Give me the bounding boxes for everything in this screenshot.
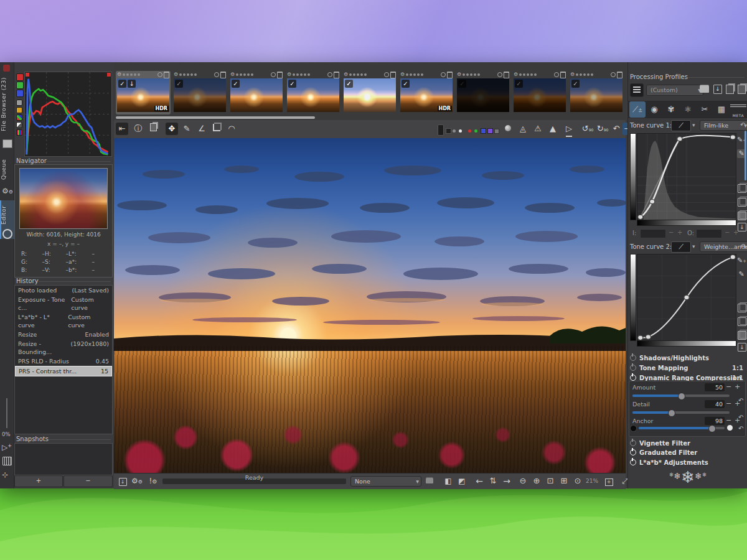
- trash-icon[interactable]: [617, 72, 622, 78]
- curve-paste-icon[interactable]: [738, 317, 746, 326]
- color-label-icon[interactable]: [214, 72, 219, 77]
- trash-icon[interactable]: [390, 72, 396, 78]
- anchor-plus[interactable]: +: [735, 416, 740, 424]
- star-rating[interactable]: [349, 73, 383, 76]
- edit-point-icon[interactable]: ✎+: [737, 256, 746, 265]
- rotate-right-icon[interactable]: ↻90: [596, 123, 609, 135]
- detail-value[interactable]: 40: [705, 400, 725, 408]
- zoom-fit-crop-icon[interactable]: ⊞: [558, 475, 570, 487]
- snapshot-add-button[interactable]: +: [14, 475, 63, 487]
- next-image-icon[interactable]: →: [501, 475, 512, 487]
- history-row[interactable]: ResizeEnabled: [15, 330, 112, 339]
- curve-folder-icon[interactable]: [738, 331, 746, 340]
- filmstrip-thumb[interactable]: ⚙✓: [229, 71, 284, 114]
- shadow-clip-indicator[interactable]: [26, 73, 29, 77]
- chevron-down-icon[interactable]: ▾: [692, 122, 695, 128]
- io-o-minus[interactable]: −: [725, 229, 730, 236]
- prev-image-icon[interactable]: ←: [474, 475, 485, 487]
- filmstrip-thumb[interactable]: ⚙✓HDR: [399, 71, 454, 114]
- thumb-image[interactable]: ✓: [514, 78, 566, 112]
- tone-curve-2-reset-icon[interactable]: ↶: [740, 243, 745, 250]
- raw-histogram-button[interactable]: [16, 114, 22, 121]
- anchor-reset-icon[interactable]: ↶: [738, 425, 743, 432]
- thumb-image[interactable]: ✓: [570, 78, 622, 112]
- check-badge[interactable]: ✓: [458, 80, 466, 88]
- io-i-plus[interactable]: +: [677, 229, 682, 236]
- io-o-plus[interactable]: +: [733, 229, 738, 236]
- snapshots-panel[interactable]: [14, 443, 113, 475]
- history-row[interactable]: Exposure - Tone c...Custom curve: [15, 295, 112, 312]
- detail-plus[interactable]: +: [735, 399, 740, 408]
- profile-copy-icon[interactable]: [726, 85, 734, 94]
- power-icon[interactable]: [630, 375, 636, 381]
- tab-editor[interactable]: Editor: [0, 203, 14, 228]
- red-channel-button[interactable]: [16, 73, 24, 81]
- history-row[interactable]: PRS - Contrast thr...15: [15, 366, 112, 376]
- raw-tab[interactable]: ▦: [713, 101, 730, 118]
- bg-gray-swatch[interactable]: [453, 129, 456, 133]
- history-row[interactable]: PRS RLD - Radius0.45: [15, 357, 112, 366]
- curve-save-icon[interactable]: ↓: [738, 223, 746, 231]
- chevron-down-icon[interactable]: ▾: [692, 243, 695, 250]
- gear-icon[interactable]: ⚙: [117, 72, 121, 78]
- curve-type-1-button[interactable]: ⟋: [671, 120, 691, 131]
- amount-value[interactable]: 50: [705, 383, 725, 391]
- focus-mask-icon[interactable]: ◬: [517, 123, 529, 135]
- flip-vertical-icon[interactable]: ◩: [456, 475, 467, 487]
- filmstrip-thumb[interactable]: ⚙✓: [286, 71, 341, 114]
- history-panel[interactable]: Photo loaded(Last Saved)Exposure - Tone …: [14, 285, 113, 434]
- trash-icon[interactable]: [334, 72, 339, 78]
- advanced-tab[interactable]: ⚛: [680, 101, 696, 118]
- history-row[interactable]: Resize - Bounding...(1920x1080): [15, 339, 112, 357]
- gamut-check-icon[interactable]: ▷: [563, 123, 575, 135]
- detail-slider[interactable]: [632, 411, 730, 414]
- profile-folder-icon[interactable]: [700, 86, 709, 93]
- check-badge[interactable]: ✓: [515, 80, 523, 88]
- thumb-image[interactable]: ✓: [457, 78, 509, 112]
- detail-minus[interactable]: −: [726, 399, 731, 408]
- filmstrip-scrollbar[interactable]: [116, 116, 315, 119]
- star-rating[interactable]: [519, 73, 553, 76]
- tone-curve-1-editor[interactable]: [637, 133, 736, 220]
- exposure-tab[interactable]: ⟋±: [629, 101, 646, 118]
- curve-copy-icon[interactable]: [738, 184, 746, 193]
- curve-type-2-button[interactable]: ⟋: [671, 241, 691, 253]
- curve-save-icon[interactable]: ↓: [738, 343, 746, 352]
- highlight-clip-indicator[interactable]: [107, 73, 111, 77]
- tab-queue[interactable]: Queue: [0, 156, 14, 183]
- profile-save-icon[interactable]: ↓: [713, 85, 722, 94]
- check-badge[interactable]: ✓: [402, 80, 410, 88]
- power-icon[interactable]: [630, 365, 636, 371]
- blue-channel-button[interactable]: [16, 90, 24, 97]
- gear-icon[interactable]: ⚙: [174, 72, 178, 78]
- anchor-value[interactable]: 98: [705, 417, 725, 425]
- zoom-100-icon[interactable]: ⊙: [572, 475, 583, 487]
- preview-profile-select[interactable]: None: [350, 476, 421, 487]
- tool-graduated-filter[interactable]: Graduated Filter: [629, 448, 746, 457]
- thumb-image[interactable]: ✓: [230, 78, 283, 112]
- thumb-image[interactable]: ✓: [344, 78, 396, 112]
- curve-copy-icon[interactable]: [738, 304, 746, 312]
- star-rating[interactable]: [406, 73, 439, 76]
- green-swatch[interactable]: [474, 129, 477, 133]
- power-icon[interactable]: [630, 459, 636, 465]
- detail-tab[interactable]: ◉: [646, 101, 662, 118]
- filmstrip-thumb[interactable]: ⚙✓: [456, 71, 510, 114]
- snapshot-remove-button[interactable]: −: [63, 475, 113, 487]
- power-icon[interactable]: [630, 449, 636, 455]
- color-label-icon[interactable]: [611, 72, 616, 77]
- red-swatch[interactable]: [468, 129, 471, 133]
- image-preview[interactable]: [114, 138, 626, 473]
- slider-knob[interactable]: [668, 409, 675, 417]
- color-label-icon[interactable]: [271, 72, 276, 77]
- flip-horizontal-icon[interactable]: ◧: [443, 475, 454, 487]
- copy-icon[interactable]: [147, 123, 159, 135]
- anchor-slider[interactable]: [639, 427, 725, 429]
- slider-knob[interactable]: [708, 425, 716, 432]
- tab-file-browser[interactable]: File Browser (23): [0, 73, 14, 136]
- bg-white-swatch[interactable]: [459, 129, 462, 133]
- profile-list-button[interactable]: [630, 83, 644, 97]
- hand-tool-icon[interactable]: ✥: [166, 123, 178, 135]
- anchor-minus[interactable]: −: [726, 416, 731, 424]
- filmstrip-thumb[interactable]: ⚙✓↓HDR: [116, 71, 171, 114]
